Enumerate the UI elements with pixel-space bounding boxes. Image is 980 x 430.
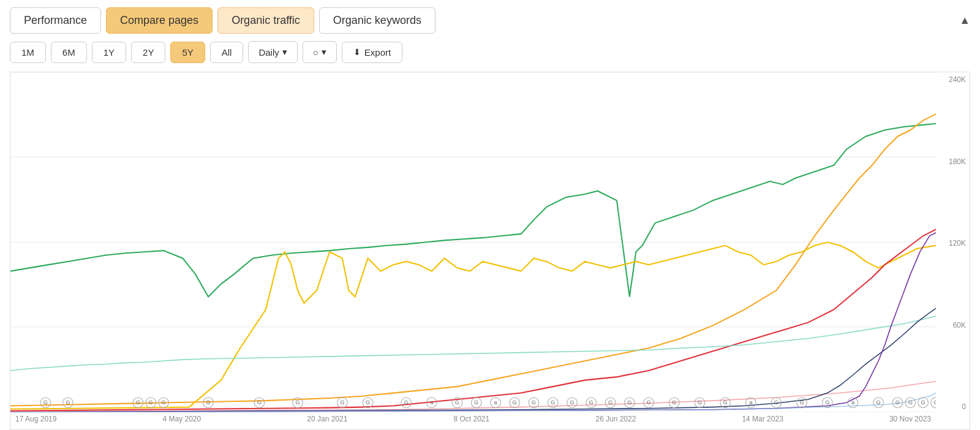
purple-line xyxy=(10,233,936,412)
svg-text:G: G xyxy=(340,399,344,405)
x-axis: 17 Aug 2019 4 May 2020 20 Jan 2021 8 Oct… xyxy=(10,412,936,429)
svg-text:a: a xyxy=(851,399,855,405)
svg-text:G: G xyxy=(257,399,262,405)
download-icon: ⬇ xyxy=(353,47,361,57)
line-chart: G G G G G G G G G G G xyxy=(10,72,936,412)
annotation-icon: ○ xyxy=(313,47,318,58)
svg-text:G: G xyxy=(455,399,459,405)
tab-performance[interactable]: Performance xyxy=(10,7,101,34)
svg-text:G: G xyxy=(532,399,536,405)
svg-text:G: G xyxy=(66,399,70,405)
svg-text:G: G xyxy=(366,399,370,405)
svg-text:G: G xyxy=(149,399,153,405)
svg-text:G: G xyxy=(825,399,829,405)
svg-text:a: a xyxy=(749,399,753,405)
tab-organic-traffic[interactable]: Organic traffic xyxy=(217,7,314,34)
svg-text:G: G xyxy=(570,399,574,405)
svg-text:G: G xyxy=(627,399,631,405)
svg-text:G: G xyxy=(921,399,925,405)
svg-text:G: G xyxy=(876,399,881,405)
annotation-arrow-icon: ▾ xyxy=(322,47,326,58)
daily-dropdown[interactable]: Daily ▾ xyxy=(248,41,297,63)
svg-text:G: G xyxy=(608,399,612,405)
tab-organic-keywords[interactable]: Organic keywords xyxy=(319,7,435,34)
y-axis: 240K 180K 120K 60K 0 xyxy=(936,72,970,411)
svg-text:G: G xyxy=(698,399,702,405)
svg-text:G: G xyxy=(908,399,913,405)
tab-compare-pages[interactable]: Compare pages xyxy=(106,7,213,34)
collapse-chevron[interactable]: ▲ xyxy=(959,14,970,27)
svg-text:G: G xyxy=(672,399,676,405)
svg-text:G: G xyxy=(474,399,478,405)
period-2y[interactable]: 2Y xyxy=(131,42,165,63)
svg-text:G: G xyxy=(43,399,48,405)
svg-text:G: G xyxy=(513,399,517,405)
svg-text:G: G xyxy=(895,399,900,405)
svg-text:G: G xyxy=(161,399,165,405)
svg-text:a: a xyxy=(494,399,497,405)
period-all[interactable]: All xyxy=(210,42,244,63)
svg-text:G: G xyxy=(774,399,778,405)
svg-text:a: a xyxy=(430,399,434,405)
export-button[interactable]: ⬇ Export xyxy=(342,42,402,63)
dark-blue-line xyxy=(10,308,936,412)
green-line xyxy=(10,124,936,297)
svg-text:G: G xyxy=(404,399,408,405)
svg-text:G: G xyxy=(646,399,650,405)
svg-text:G: G xyxy=(589,399,594,405)
period-5y[interactable]: 5Y xyxy=(170,42,205,63)
period-1m[interactable]: 1M xyxy=(10,42,46,63)
svg-text:G: G xyxy=(295,399,300,405)
annotation-dropdown[interactable]: ○ ▾ xyxy=(303,41,337,63)
light-teal-line xyxy=(10,316,936,371)
svg-text:G: G xyxy=(723,399,727,405)
chart-container: G G G G G G G G G G G xyxy=(10,72,970,430)
dropdown-arrow-icon: ▾ xyxy=(282,47,287,58)
svg-text:G: G xyxy=(206,399,210,405)
period-1y[interactable]: 1Y xyxy=(92,42,126,63)
svg-text:G: G xyxy=(800,399,804,405)
svg-text:G: G xyxy=(551,399,555,405)
period-6m[interactable]: 6M xyxy=(51,42,87,63)
svg-text:G: G xyxy=(136,399,140,405)
